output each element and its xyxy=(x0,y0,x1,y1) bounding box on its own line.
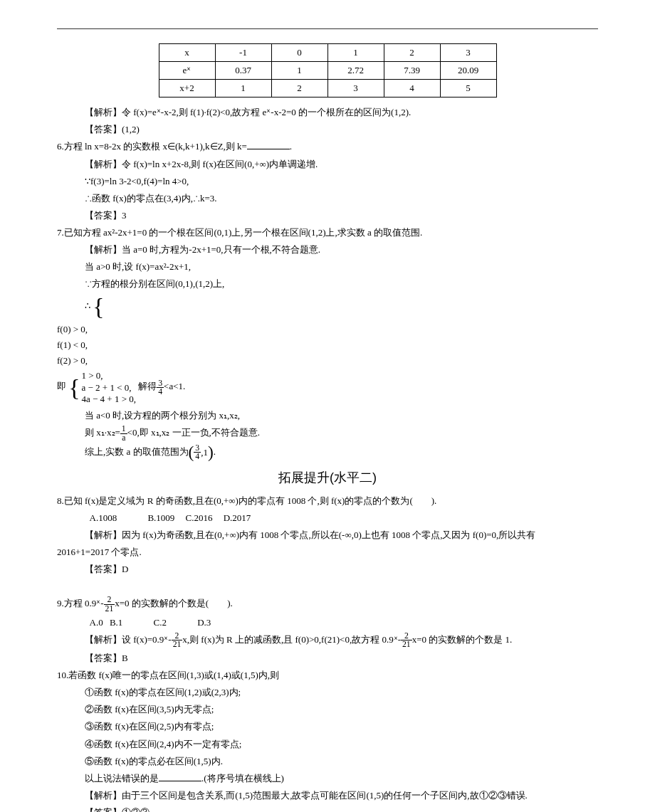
row-label: x xyxy=(159,44,215,62)
q7-l6b: <0,即 x₁,x₂ 一正一负,不符合题意. xyxy=(127,427,260,438)
q10-s3: ③函数 f(x)在区间(2,5)内有零点; xyxy=(85,719,598,734)
brace1-b: f(1) < 0, xyxy=(57,337,598,353)
q8-opt-a: A.1008 xyxy=(90,510,117,526)
fraction-3-4: 34 xyxy=(157,379,164,396)
q10-s1: ①函数 f(x)的零点在区间(1,2)或(2,3)内; xyxy=(85,685,598,700)
q7-line-3: ∵方程的根分别在区间(0,1),(1,2)上, xyxy=(85,276,598,292)
blank xyxy=(159,772,201,781)
q7-line-2: 当 a>0 时,设 f(x)=ax²-2x+1, xyxy=(85,259,598,275)
q7-brace-line: ∴ { xyxy=(85,293,598,320)
brace1-c: f(2) > 0, xyxy=(57,353,598,369)
brace1-a: f(0) > 0, xyxy=(57,322,598,337)
q5-answer: 【答案】(1,2) xyxy=(85,122,598,137)
q9-opt-b: B.1 xyxy=(110,615,122,631)
q7-stem: 7.已知方程 ax²-2x+1=0 的一个根在区间(0,1)上,另一个根在区间(… xyxy=(57,225,598,241)
q8-opt-c: C.2016 xyxy=(186,510,213,526)
q6-stem: 6.方程 ln x=8-2x 的实数根 x∈(k,k+1),k∈Z,则 k=. xyxy=(57,139,598,154)
q8-analysis-2: 2016+1=2017 个零点. xyxy=(57,544,598,560)
row-label: x+2 xyxy=(159,80,215,97)
q10-answer: 【答案】①②③ xyxy=(85,805,598,812)
q9-ana-c: x=0 的实数解的个数是 1. xyxy=(412,634,513,645)
q7-line-7: 综上,实数 a 的取值范围为(34,1). xyxy=(85,444,598,461)
table-row: eˣ 0.37 1 2.72 7.39 20.09 xyxy=(159,62,496,80)
brace2-c: 4a − 4 + 1 > 0, xyxy=(81,394,136,405)
fraction-3-4-b: 34 xyxy=(194,444,201,461)
table-row: x -1 0 1 2 3 xyxy=(159,44,496,62)
q10-analysis: 【解析】由于三个区间是包含关系,而(1,5)范围最大,故零点可能在区间(1,5)… xyxy=(85,788,598,803)
brace-block-1: { xyxy=(93,295,105,319)
q5-analysis: 【解析】令 f(x)=eˣ-x-2,则 f(1)·f(2)<0,故方程 eˣ-x… xyxy=(85,105,598,120)
q10-tail-a: 以上说法错误的是 xyxy=(85,773,159,784)
q10-s5: ⑤函数 f(x)的零点必在区间(1,5)内. xyxy=(85,754,598,769)
q10-tail-b: .(将序号填在横线上) xyxy=(201,773,284,784)
q9-ana-a: 【解析】设 f(x)=0.9ˣ- xyxy=(85,634,172,645)
q7-l6a: 则 x₁·x₂= xyxy=(85,427,120,438)
q7-l7a: 综上,实数 a 的取值范围为 xyxy=(85,446,189,457)
q7-line-5: 当 a<0 时,设方程的两个根分别为 x₁,x₂, xyxy=(85,408,598,423)
brace-tail-2: <a<1. xyxy=(164,381,185,392)
q9-options: A.0 B.1 C.2 D.3 xyxy=(90,615,599,631)
q7-line-1: 【解析】当 a=0 时,方程为-2x+1=0,只有一个根,不符合题意. xyxy=(85,242,598,258)
q7-l7c: . xyxy=(214,446,216,457)
fraction-2-21-b: 221 xyxy=(172,632,183,649)
brace-icon: { xyxy=(93,295,104,319)
q6-analysis-2: ∵f(3)=ln 3-2<0,f(4)=ln 4>0, xyxy=(85,174,598,189)
q6-answer: 【答案】3 xyxy=(85,208,598,223)
row-label: eˣ xyxy=(159,62,215,80)
table-row: x+2 1 2 3 4 5 xyxy=(159,80,496,97)
q6-analysis-1: 【解析】令 f(x)=ln x+2x-8,则 f(x)在区间(0,+∞)内单调递… xyxy=(85,157,598,172)
brace-tail-1: 解得 xyxy=(138,381,157,392)
q10-s4: ④函数 f(x)在区间(2,4)内不一定有零点; xyxy=(85,737,598,752)
brace-icon: { xyxy=(68,376,80,400)
value-table: x -1 0 1 2 3 eˣ 0.37 1 2.72 7.39 20.09 x… xyxy=(159,43,497,97)
fraction-2-21: 221 xyxy=(104,596,115,613)
q9-ana-b: x,则 f(x)为 R 上的减函数,且 f(0)>0,f(21)<0,故方程 0… xyxy=(182,634,401,645)
q10-tail: 以上说法错误的是.(将序号填在横线上) xyxy=(85,771,598,786)
q8-answer: 【答案】D xyxy=(85,561,598,577)
fraction-2-21-c: 221 xyxy=(401,632,412,649)
brace2-b: a − 2 + 1 < 0, xyxy=(81,382,136,394)
q7-line-6: 则 x₁·x₂=1a<0,即 x₁,x₂ 一正一负,不符合题意. xyxy=(85,425,598,442)
q6-stem-tail: . xyxy=(290,141,292,152)
q6-stem-text: 6.方程 ln x=8-2x 的实数根 x∈(k,k+1),k∈Z,则 k= xyxy=(57,141,247,152)
brace-block-2: { 1 > 0, a − 2 + 1 < 0, 4a − 4 + 1 > 0, xyxy=(68,370,136,405)
q9-opt-d: D.3 xyxy=(197,615,211,631)
q8-opt-b: B.1009 xyxy=(147,510,174,526)
fraction-1-a: 1a xyxy=(120,425,127,442)
q7-l7b: ,1 xyxy=(201,445,208,460)
page-top-rule xyxy=(57,28,598,29)
q8-analysis-1: 【解析】因为 f(x)为奇函数,且在(0,+∞)内有 1008 个零点,所以在(… xyxy=(85,527,598,543)
q9-stem: 9.方程 0.9ˣ-221x=0 的实数解的个数是( ). xyxy=(57,596,598,613)
brace-lead: ∴ xyxy=(85,300,90,311)
q9-opt-a: A.0 xyxy=(90,615,103,631)
q8-stem: 8.已知 f(x)是定义域为 R 的奇函数,且在(0,+∞)内的零点有 1008… xyxy=(57,493,598,509)
section-title: 拓展提升(水平二) xyxy=(57,467,598,489)
q9-stem-a: 9.方程 0.9ˣ- xyxy=(57,598,104,608)
q9-answer: 【答案】B xyxy=(85,650,598,666)
q6-analysis-3: ∴函数 f(x)的零点在(3,4)内,∴k=3. xyxy=(85,191,598,206)
q9-analysis: 【解析】设 f(x)=0.9ˣ-221x,则 f(x)为 R 上的减函数,且 f… xyxy=(85,632,598,649)
q9-stem-b: x=0 的实数解的个数是( ). xyxy=(115,598,233,608)
q9-opt-c: C.2 xyxy=(154,615,167,631)
interval-paren: (34,1) xyxy=(189,444,214,461)
q8-options: A.1008 B.1009 C.2016 D.2017 xyxy=(90,510,599,526)
brace-mid: 即 xyxy=(57,381,66,392)
q10-s2: ②函数 f(x)在区间(3,5)内无零点; xyxy=(85,702,598,717)
q8-opt-d: D.2017 xyxy=(224,510,251,526)
q10-stem: 10.若函数 f(x)唯一的零点在区间(1,3)或(1,4)或(1,5)内,则 xyxy=(57,668,598,683)
brace2-a: 1 > 0, xyxy=(81,370,136,381)
blank xyxy=(247,141,290,150)
